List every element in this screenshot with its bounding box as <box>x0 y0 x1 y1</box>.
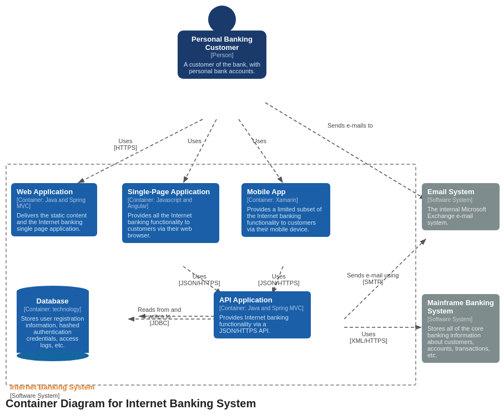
database-box: Database [Container: technology] Stores … <box>12 286 93 361</box>
email-system-title: Email System <box>427 188 494 196</box>
mainframe-desc: Stores all of the core banking informati… <box>427 325 494 358</box>
api-app-title: API Application <box>219 296 305 304</box>
spa-desc: Provides all the Internet banking functi… <box>128 212 214 239</box>
person-node: Personal Banking Customer [Person] A cus… <box>178 6 266 79</box>
arrow-api-email: Sends e-mail using [SMTP] <box>347 272 399 285</box>
api-app-desc: Provides Internet banking functionality … <box>219 314 305 334</box>
arrow-api-db: Reads from and writes to [JDBC] <box>138 306 181 326</box>
db-subtitle: [Container: technology] <box>21 306 84 312</box>
email-system-desc: The internal Microsoft Exchange e-mail s… <box>427 206 494 226</box>
mobile-app-subtitle: [Container: Xamarin] <box>247 197 325 203</box>
mobile-app-title: Mobile App <box>247 188 325 196</box>
mobile-app-box: Mobile App [Container: Xamarin] Provides… <box>241 183 330 237</box>
person-head-icon <box>208 6 236 33</box>
db-top <box>17 286 89 297</box>
email-system-subtitle: [Software System] <box>427 197 494 203</box>
db-mid: Database [Container: technology] Stores … <box>17 291 89 353</box>
spa-subtitle: [Container: Javascript and Angular] <box>128 197 214 209</box>
api-app-box: API Application [Container: Java and Spr… <box>214 291 311 338</box>
web-app-desc: Delivers the static content and the Inte… <box>17 212 92 232</box>
boundary-label: Internet Banking System <box>10 383 94 391</box>
mobile-app-desc: Provides a limited subset of the Interne… <box>247 206 325 232</box>
database-cylinder: Database [Container: technology] Stores … <box>17 286 89 361</box>
db-desc: Stores user registration information, ha… <box>21 315 84 348</box>
arrow-uses-spa: Uses <box>188 138 201 144</box>
web-app-box: Web Application [Container: Java and Spr… <box>11 183 97 236</box>
arrow-api-mainframe: Uses [XML/HTTPS] <box>350 331 387 344</box>
arrow-mobile-api: Uses [JSON/HTTPS] <box>258 273 300 286</box>
db-bottom <box>17 350 89 361</box>
person-body: Personal Banking Customer [Person] A cus… <box>178 31 266 79</box>
footer-title: Container Diagram for Internet Banking S… <box>6 397 256 410</box>
mainframe-box: Mainframe Banking System [Software Syste… <box>422 294 500 363</box>
spa-title: Single-Page Application <box>128 188 214 196</box>
arrow-uses-https: Uses [HTTPS] <box>114 138 137 151</box>
person-subtitle: [Person] <box>183 52 261 58</box>
arrow-uses-mobile: Uses <box>253 138 266 144</box>
person-title: Personal Banking Customer <box>183 35 261 52</box>
diagram-container: Internet Banking System [Software System… <box>0 0 504 420</box>
person-description: A customer of the bank, with personal ba… <box>183 61 261 74</box>
db-title: Database <box>21 297 84 305</box>
spa-box: Single-Page Application [Container: Java… <box>122 183 219 243</box>
mainframe-title: Mainframe Banking System <box>427 298 494 315</box>
arrow-sends-email: Sends e-mails to <box>327 122 373 129</box>
web-app-subtitle: [Container: Java and Spring MVC] <box>17 197 92 209</box>
mainframe-subtitle: [Software System] <box>427 316 494 322</box>
api-app-subtitle: [Container: Java and Spring MVC] <box>219 305 305 311</box>
email-system-box: Email System [Software System] The inter… <box>422 183 500 230</box>
web-app-title: Web Application <box>17 188 92 196</box>
arrow-spa-api: Uses [JSON/HTTPS] <box>179 273 220 286</box>
